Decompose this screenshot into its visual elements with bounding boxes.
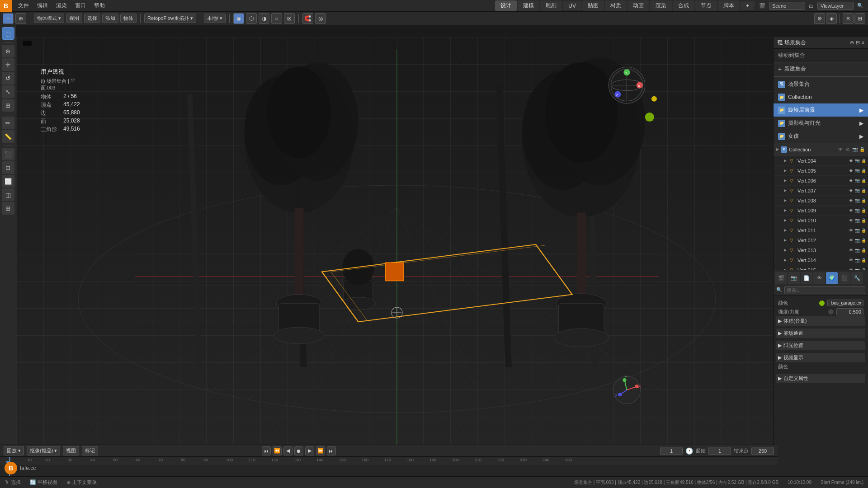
viewport-solid-btn[interactable]: ◉	[233, 13, 244, 24]
v7c[interactable]: 📷	[854, 188, 860, 193]
viewlayer-input[interactable]	[817, 2, 854, 10]
menu-help[interactable]: 帮助	[90, 1, 108, 10]
v9l[interactable]: 🔒	[861, 208, 866, 213]
base-dropdown[interactable]: 本地/ ▾	[204, 14, 226, 23]
prop-tab-modifier[interactable]: 🔧	[851, 272, 863, 284]
measure-tool[interactable]: 📏	[2, 130, 14, 143]
outliner-vert-009[interactable]: ▶ ▽ Vert.009 👁 📷 🔒	[774, 206, 868, 216]
v006-lk[interactable]: 🔒	[861, 178, 866, 183]
jump-start-btn[interactable]: ⏮	[262, 446, 271, 455]
outliner-sort-icon[interactable]: ⊟	[856, 40, 860, 46]
outliner-vert-007[interactable]: ▶ ▽ Vert.007 👁 📷 🔒	[774, 186, 868, 196]
v12c[interactable]: 📷	[854, 238, 860, 243]
v13l[interactable]: 🔒	[861, 248, 866, 253]
outliner-vert-014[interactable]: ▶ ▽ Vert.014 👁 📷 🔒	[774, 255, 868, 265]
tab-model[interactable]: 建模	[518, 0, 539, 11]
marker-dropdown[interactable]: 标记	[82, 446, 98, 455]
menu-file[interactable]: 文件	[14, 1, 33, 10]
v005-lock[interactable]: 🔒	[861, 169, 866, 173]
outliner-vert-015[interactable]: ▶ ▽ Vert.015 👁 📷 🔒	[774, 265, 868, 270]
overlay-btn[interactable]: ○	[271, 13, 282, 24]
annotate-tool[interactable]: ✏	[2, 117, 14, 129]
cursor-tool[interactable]: ⊕	[2, 45, 14, 57]
prop-tab-render[interactable]: 📷	[788, 272, 800, 284]
menu-render[interactable]: 渲染	[52, 1, 71, 10]
v7e[interactable]: 👁	[848, 188, 854, 193]
object-dropdown[interactable]: 物体	[120, 14, 137, 23]
v9c[interactable]: 📷	[854, 208, 860, 213]
col-render-icon[interactable]: 📷	[852, 147, 858, 152]
collection-header-row[interactable]: ▶ ▼ Collection 👁 ⊙ 📷 🔒	[774, 143, 868, 156]
v9e[interactable]: 👁	[848, 208, 854, 213]
strength-value[interactable]: 0.500	[836, 308, 863, 315]
end-frame-input[interactable]	[751, 447, 774, 455]
item-view-icon[interactable]: 👁	[848, 159, 854, 163]
v006-cam[interactable]: 📷	[854, 178, 860, 183]
menu-edit[interactable]: 编辑	[33, 1, 52, 10]
prop-tab-world[interactable]: 🌍	[826, 272, 838, 284]
context-active-item[interactable]: 📁 旋转层前景 ▶	[774, 103, 868, 117]
tab-composite[interactable]: 合成	[673, 0, 694, 11]
context-collection-item[interactable]: 📁 Collection	[774, 91, 868, 103]
prop-tab-scene[interactable]: 🎬	[775, 272, 787, 284]
start-frame-input[interactable]	[708, 447, 731, 455]
rotate-tool[interactable]: ↺	[2, 72, 14, 84]
col-hide-icon[interactable]: ⊙	[844, 147, 851, 152]
xray-btn[interactable]: ⊠	[284, 13, 295, 24]
navigation-gizmo[interactable]: X Y Z	[609, 67, 645, 103]
current-frame-input[interactable]	[660, 447, 683, 455]
outliner-vert-008[interactable]: ▶ ▽ Vert.008 👁 📷 🔒	[774, 196, 868, 206]
bevel-tool[interactable]: ◫	[2, 188, 14, 201]
loop-cut-tool[interactable]: ⊞	[2, 202, 14, 215]
context-girl-item[interactable]: 📁 女孩 ▶	[774, 130, 868, 143]
prop-tab-output[interactable]: 📄	[801, 272, 812, 284]
view-dropdown[interactable]: 视图	[66, 14, 82, 23]
video-section-header[interactable]: ▶ 视频显示	[776, 353, 865, 362]
v8l[interactable]: 🔒	[861, 198, 866, 203]
v12e[interactable]: 👁	[848, 238, 854, 243]
tab-texture[interactable]: 贴图	[582, 0, 604, 11]
item-lock-icon[interactable]: 🔒	[861, 159, 866, 163]
tab-script[interactable]: 脚本	[718, 0, 740, 11]
context-new-collection[interactable]: + 新建集合	[774, 62, 868, 75]
step-fwd-btn[interactable]: ⏩	[316, 446, 325, 455]
tab-add[interactable]: +	[741, 1, 755, 10]
v11c[interactable]: 📷	[854, 228, 860, 233]
v12l[interactable]: 🔒	[861, 238, 866, 243]
playback-dropdown[interactable]: 固放 ▾	[4, 446, 24, 455]
v8c[interactable]: 📷	[854, 198, 860, 203]
timeline-track[interactable]: 0 10 20 30 40 50 60 70 80 90 100 110 120…	[0, 457, 778, 477]
tab-sculpt[interactable]: 雕刻	[540, 0, 562, 11]
transform-tool-btn[interactable]: ↔	[3, 13, 14, 24]
tab-render[interactable]: 渲染	[650, 0, 672, 11]
viewport-render-btn[interactable]: ◑	[259, 13, 269, 24]
tab-animation[interactable]: 动画	[627, 0, 649, 11]
hide-panel-btn[interactable]: ✕	[843, 13, 854, 24]
extrude-tool[interactable]: ⊡	[2, 161, 14, 174]
outliner-vert-005[interactable]: ▶ ▽ Vert.005 👁 📷 🔒	[774, 166, 868, 176]
v14c[interactable]: 📷	[854, 258, 860, 263]
select-dropdown[interactable]: 选择	[84, 14, 100, 23]
capture-dropdown[interactable]: 抠像(抠品) ▾	[27, 446, 60, 455]
viewport[interactable]: X Y Z X Y Z	[16, 37, 778, 445]
stop-btn[interactable]: ⏺	[294, 446, 303, 455]
outliner-vert-012[interactable]: ▶ ▽ Vert.012 👁 📷 🔒	[774, 235, 868, 245]
mode-dropdown[interactable]: 物体模式 ▾	[34, 14, 64, 23]
prop-tab-view[interactable]: 👁	[813, 272, 825, 284]
context-camera-lights[interactable]: 📁 摄影机与灯光 ▶	[774, 117, 868, 130]
outliner-vert-011[interactable]: ▶ ▽ Vert.011 👁 📷 🔒	[774, 225, 868, 235]
v005-view[interactable]: 👁	[848, 169, 854, 173]
play-back-btn[interactable]: ◀	[283, 446, 292, 455]
v10e[interactable]: 👁	[848, 218, 854, 223]
v005-render[interactable]: 📷	[854, 169, 860, 173]
custom-section-header[interactable]: ▶ 自定义属性	[776, 374, 865, 383]
v11e[interactable]: 👁	[848, 228, 854, 233]
add-cube-tool[interactable]: ⬛	[2, 148, 14, 160]
gizmo-btn[interactable]: ◈	[826, 13, 837, 24]
color-value[interactable]: bus_garage.ex	[827, 300, 863, 306]
cursor-tool-btn[interactable]: ⊕	[15, 13, 26, 24]
col-view-icon[interactable]: 👁	[837, 147, 844, 152]
outliner-options-icon[interactable]: ≡	[862, 40, 864, 46]
col-lock-icon[interactable]: 🔒	[859, 147, 865, 152]
v8e[interactable]: 👁	[848, 198, 854, 203]
